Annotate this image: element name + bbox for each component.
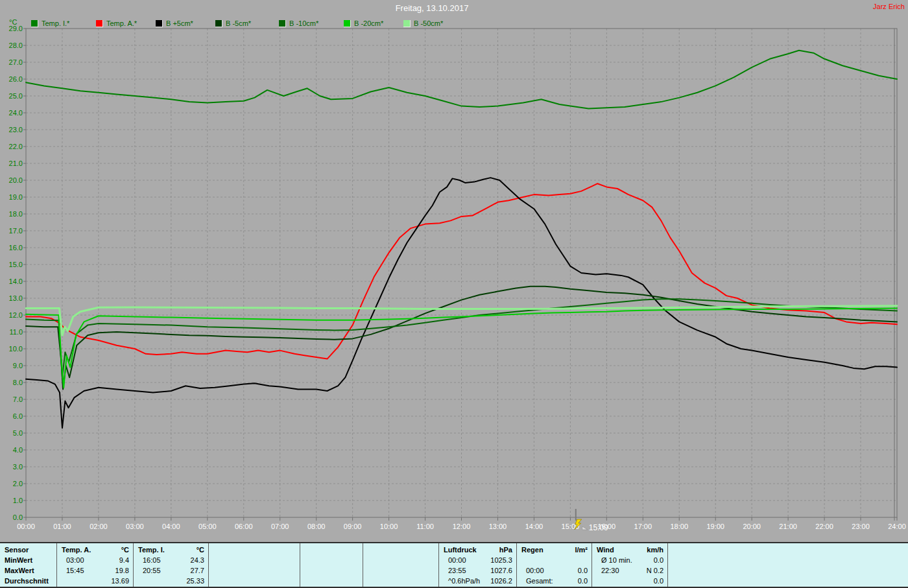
- x-tick-label: 10:00: [380, 523, 398, 530]
- y-tick-label: 16.0: [9, 244, 23, 252]
- x-tick-label: 03:00: [126, 523, 144, 530]
- cell-time: [213, 565, 218, 576]
- column-header: [209, 545, 300, 555]
- column-name: Temp. A.: [62, 545, 91, 555]
- x-tick-label: 24:00: [888, 523, 906, 530]
- cell-time: 20:55: [138, 565, 161, 576]
- column-header: Temp. I.°C: [134, 545, 208, 555]
- cell-time: ^0.6hPa/h: [444, 576, 480, 586]
- table-row: [668, 576, 908, 586]
- x-tick-label: 21:00: [779, 523, 797, 530]
- column-unit: hPa: [499, 545, 512, 555]
- x-tick-label: 08:00: [307, 523, 326, 530]
- cell-value: 19.8: [115, 565, 129, 576]
- table-row: 00:000.0: [517, 565, 591, 576]
- table-row: [363, 565, 438, 576]
- y-tick-label: 0.0: [13, 513, 23, 521]
- y-tick-label: 20.0: [9, 176, 23, 184]
- table-row: Ø 10 min.0.0: [592, 555, 667, 565]
- cell-time: Gesamt:: [521, 576, 553, 586]
- column-header: [668, 545, 908, 555]
- y-tick-label: 27.0: [9, 58, 23, 66]
- table-row: 22:30N 0.2: [592, 565, 667, 576]
- y-tick-label: 1.0: [13, 497, 23, 504]
- x-tick-label: 17:00: [634, 523, 652, 530]
- y-tick-label: 14.0: [9, 277, 23, 285]
- y-tick-label: 9.0: [13, 362, 23, 370]
- y-tick-label: 2.0: [13, 480, 23, 488]
- column-name: Luftdruck: [444, 545, 477, 555]
- weather-station-report: Freitag, 13.10.2017 Jarz Erich Temp. I.*…: [0, 0, 908, 588]
- cell-time: 22:30: [597, 565, 619, 576]
- table-row-label: Durchschnitt: [0, 576, 56, 586]
- y-tick-label: 5.0: [13, 429, 23, 437]
- y-tick-label: 15.0: [9, 261, 23, 268]
- cell-time: 03:00: [62, 555, 84, 565]
- column-header: Regenl/m²: [517, 545, 591, 555]
- column-name: Temp. I.: [138, 545, 165, 555]
- table-row: 00:001025.3: [439, 555, 516, 565]
- x-tick-label: 18:00: [670, 523, 688, 530]
- cell-value: 13.69: [111, 576, 129, 586]
- column-name: Wind: [597, 545, 614, 555]
- column-unit: °C: [121, 545, 129, 555]
- y-tick-label: 17.0: [9, 227, 23, 235]
- cell-time: [673, 576, 677, 586]
- cell-value: 0.0: [578, 565, 588, 576]
- x-tick-label: 05:00: [198, 523, 217, 530]
- y-tick-label: 11.0: [9, 328, 23, 336]
- y-tick-label: 4.0: [13, 446, 23, 454]
- cell-time: [368, 555, 372, 565]
- y-tick-label: 12.0: [9, 311, 23, 319]
- table-row: [300, 555, 363, 565]
- temperature-chart: °C0.01.02.03.04.05.06.07.08.09.010.011.0…: [0, 0, 908, 541]
- row-label: Sensor: [5, 545, 29, 555]
- y-tick-label: 22.0: [9, 143, 23, 150]
- table-row: 20:5527.7: [134, 565, 208, 576]
- y-tick-label: 29.0: [9, 25, 23, 32]
- cell-time: 00:00: [444, 555, 466, 565]
- table-row-label: MaxWert: [0, 565, 56, 576]
- cell-time: 23:55: [444, 565, 466, 576]
- table-column-regen: Regenl/m²00:000.0Gesamt:0.0: [517, 543, 592, 587]
- x-tick-label: 07:00: [271, 523, 289, 530]
- x-tick-label: 13:00: [489, 523, 507, 530]
- cell-time: [597, 576, 601, 586]
- cell-value: N 0.2: [647, 565, 663, 576]
- x-tick-label: 11:00: [416, 523, 434, 530]
- y-tick-label: 6.0: [13, 412, 23, 420]
- x-tick-label: 20:00: [743, 523, 761, 530]
- table-row-label: MinWert: [0, 555, 56, 565]
- cell-value: 0.0: [654, 576, 663, 586]
- cell-value: 25.33: [186, 576, 204, 586]
- y-tick-label: 25.0: [9, 92, 23, 100]
- table-row: [363, 555, 438, 565]
- table-column-wind: Windkm/hØ 10 min.0.022:30N 0.20.0: [592, 543, 668, 587]
- statistics-table: SensorMinWertMaxWertDurchschnittTemp. A.…: [0, 542, 908, 588]
- x-tick-label: 23:00: [852, 523, 870, 530]
- table-row: [363, 576, 438, 586]
- time-marker-label: 15:09: [589, 523, 608, 532]
- y-tick-label: 18.0: [9, 210, 23, 218]
- table-row: Gesamt:0.0: [517, 576, 591, 586]
- cell-value: 1025.3: [490, 555, 512, 565]
- y-tick-label: 23.0: [9, 126, 23, 134]
- cell-time: [305, 576, 309, 586]
- x-tick-label: 12:00: [453, 523, 471, 530]
- table-column-empty-8: [668, 543, 908, 587]
- column-unit: °C: [197, 545, 204, 555]
- y-tick-label: 24.0: [9, 109, 23, 117]
- table-row: [668, 565, 908, 576]
- table-column-empty-4: [363, 543, 439, 587]
- column-name: Regen: [521, 545, 544, 555]
- cell-time: [673, 565, 677, 576]
- y-tick-label: 10.0: [9, 345, 23, 353]
- x-tick-label: 01:00: [53, 523, 71, 530]
- table-column-temp-i: Temp. I.°C16:0524.320:5527.725.33: [134, 543, 209, 587]
- column-header: [300, 545, 363, 555]
- x-tick-label: 02:00: [90, 523, 108, 530]
- cell-time: [213, 576, 218, 586]
- table-column-labels: SensorMinWertMaxWertDurchschnitt: [0, 543, 57, 587]
- x-tick-label: 06:00: [235, 523, 253, 530]
- table-row-label: Sensor: [0, 545, 56, 555]
